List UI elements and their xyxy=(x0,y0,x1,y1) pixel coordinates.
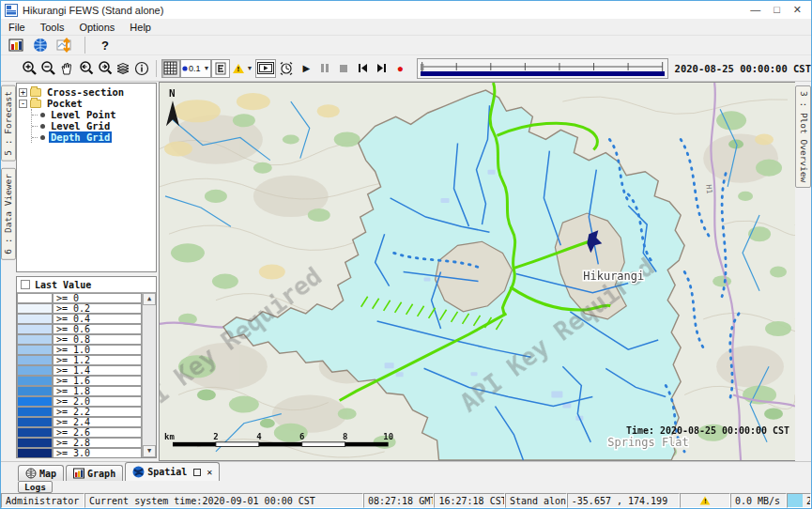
logs-button[interactable]: Logs xyxy=(18,481,53,493)
warning-icon xyxy=(699,497,710,505)
tree-node-pocket[interactable]: - Pocket xyxy=(19,98,154,109)
tree-node-level-grid[interactable]: Level Grid xyxy=(32,120,154,131)
left-tab-strip: 5 : Forecast 6 : Data Viewer xyxy=(1,82,16,461)
status-gmt-time: 08:27:18 GMT xyxy=(363,493,434,508)
legend-scrollbar[interactable]: ▲ ▼ xyxy=(142,293,156,457)
status-bar: Administrator Current system time:2020-0… xyxy=(1,493,811,508)
map-canvas[interactable]: API Key Required API Key Required H1 Hik… xyxy=(160,83,795,460)
pan-hand-icon[interactable] xyxy=(57,59,76,78)
spatial-display-icon[interactable] xyxy=(55,36,74,54)
legend-edit-icon[interactable] xyxy=(211,59,230,78)
play-button[interactable]: ▶ xyxy=(297,59,315,78)
animation-player-icon[interactable] xyxy=(255,59,276,78)
status-mode: Stand alone xyxy=(505,493,567,508)
tab-plot-overview[interactable]: 3 : Plot Overview xyxy=(795,85,811,188)
tab-close-icon[interactable]: ✕ xyxy=(207,467,212,477)
bottom-tab-bar: Map Graph Spatial ✕ xyxy=(1,461,811,481)
tree-node-label: Cross-section xyxy=(45,86,126,98)
svg-text:N: N xyxy=(169,87,176,100)
legend-swatch xyxy=(17,314,53,324)
zoom-out-icon[interactable] xyxy=(38,59,57,78)
bullet-icon xyxy=(40,124,45,129)
legend-swatch xyxy=(17,448,53,457)
folder-icon xyxy=(30,88,41,97)
maximize-button[interactable]: □ xyxy=(774,4,780,16)
legend-row: >= 0.4 xyxy=(17,314,142,324)
time-slider-handle[interactable] xyxy=(421,64,423,70)
animation-settings-icon[interactable] xyxy=(276,59,297,78)
tree-node-label: Level Point xyxy=(49,109,118,120)
tree-node-depth-grid[interactable]: Depth Grid xyxy=(32,131,154,143)
close-button[interactable]: ✕ xyxy=(793,4,802,16)
legend-row: >= 2.0 xyxy=(17,396,142,407)
warning-icon xyxy=(233,64,244,73)
tree-node-label: Level Grid xyxy=(49,120,112,131)
minimize-button[interactable]: — xyxy=(750,4,760,16)
layers-icon[interactable] xyxy=(114,59,132,78)
tab-map[interactable]: Map xyxy=(18,465,64,481)
menu-file[interactable]: File xyxy=(1,20,33,35)
last-value-checkbox[interactable] xyxy=(21,280,30,289)
tab-forecast[interactable]: 5 : Forecast xyxy=(1,85,16,162)
skip-start-button[interactable] xyxy=(353,59,372,78)
zoom-previous-icon[interactable] xyxy=(76,59,95,78)
data-availability-bar xyxy=(421,71,664,76)
tree-node-level-point[interactable]: Level Point xyxy=(32,109,154,120)
svg-text:4: 4 xyxy=(256,432,262,441)
pause-button[interactable] xyxy=(315,59,334,78)
zoom-next-icon[interactable] xyxy=(95,59,114,78)
window-title: Hikurangi FEWS (Stand alone) xyxy=(23,5,750,16)
info-icon[interactable] xyxy=(132,59,151,78)
expand-icon[interactable]: + xyxy=(19,88,27,97)
app-window: Hikurangi FEWS (Stand alone) — □ ✕ File … xyxy=(0,0,812,509)
bullet-icon xyxy=(40,113,45,117)
map-toolbar: 0.1 ▼ ▼ ▶ ● xyxy=(1,55,811,82)
map-view[interactable]: API Key Required API Key Required H1 Hik… xyxy=(159,82,795,461)
legend-row: >= 3.0 xyxy=(17,448,142,457)
tree-node-label: Pocket xyxy=(45,98,84,109)
legend-row: >= 2.4 xyxy=(17,417,142,427)
globe-icon[interactable] xyxy=(31,36,50,54)
legend-row: >= 1.6 xyxy=(17,376,142,386)
scroll-down-icon[interactable]: ▼ xyxy=(143,445,156,457)
tab-graph[interactable]: Graph xyxy=(66,465,123,481)
main-toolbar: ? xyxy=(1,36,811,55)
warning-dropdown[interactable]: ▼ xyxy=(230,59,255,78)
tab-float-icon[interactable] xyxy=(193,469,201,476)
help-button[interactable]: ? xyxy=(96,36,115,54)
menu-tools[interactable]: Tools xyxy=(33,20,72,35)
status-warning-cell[interactable] xyxy=(680,493,730,508)
svg-text:H1: H1 xyxy=(704,184,713,194)
status-local-time: 16:27:18 CST xyxy=(434,493,504,508)
explorer-icon[interactable] xyxy=(7,36,25,54)
legend-row: >= 0.2 xyxy=(17,303,142,314)
legend-row: >= 1.4 xyxy=(17,365,142,376)
skip-end-button[interactable] xyxy=(372,59,391,78)
legend-swatch xyxy=(17,345,53,355)
legend-row: >= 0 xyxy=(17,293,142,303)
status-memory: 2.5 GB xyxy=(787,493,811,508)
time-slider[interactable] xyxy=(417,58,667,79)
map-globe-icon xyxy=(25,468,37,479)
tree-node-cross-section[interactable]: + Cross-section xyxy=(19,86,154,98)
record-button[interactable]: ● xyxy=(391,59,409,78)
menu-help[interactable]: Help xyxy=(122,20,159,35)
zoom-in-icon[interactable] xyxy=(20,59,38,78)
toolbar-separator xyxy=(156,60,157,77)
road-label: H1 xyxy=(704,184,713,194)
grid-toggle-icon[interactable] xyxy=(161,59,180,78)
scroll-up-icon[interactable]: ▲ xyxy=(143,293,156,305)
interval-dropdown[interactable]: 0.1 ▼ xyxy=(180,59,212,78)
status-system-time: Current system time:2020-09-01 00:00 CST xyxy=(84,493,363,508)
svg-text:2: 2 xyxy=(213,432,218,441)
svg-text:km: km xyxy=(164,432,175,441)
collapse-icon[interactable]: - xyxy=(19,100,27,108)
stop-button[interactable] xyxy=(334,59,353,78)
tab-data-viewer[interactable]: 6 : Data Viewer xyxy=(1,168,16,260)
legend-swatch xyxy=(17,303,53,314)
tab-spatial[interactable]: Spatial ✕ xyxy=(125,462,220,481)
legend-row: >= 2.2 xyxy=(17,407,142,417)
legend-row: >= 1.0 xyxy=(17,345,142,355)
menu-options[interactable]: Options xyxy=(71,20,122,35)
legend-swatch xyxy=(17,376,53,386)
